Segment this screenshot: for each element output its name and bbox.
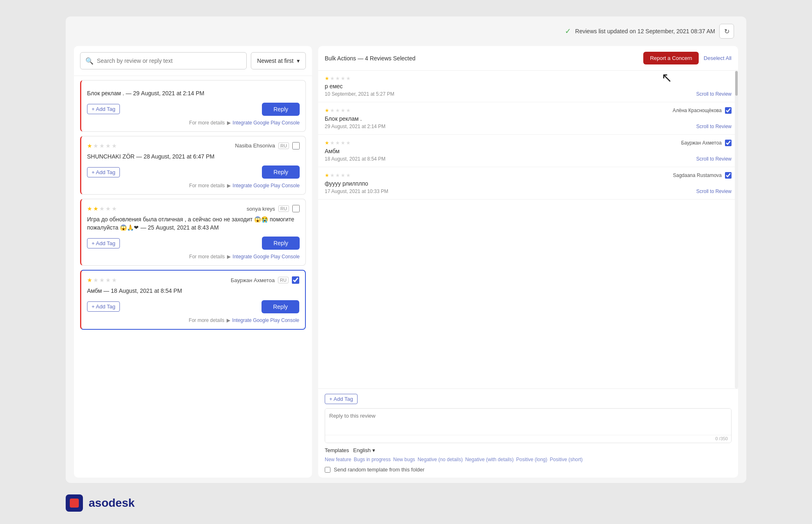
item-text: фуyyy рлилплпо [325,180,732,187]
star: ★ [341,172,345,178]
item-reviewer-name: Бауржан Ахметоа [681,140,722,146]
template-new-bugs[interactable]: New bugs [393,457,415,462]
item-stars: ★ ★ ★ ★ ★ [325,108,351,113]
scroll-to-review-link[interactable]: Scroll to Review [696,91,732,97]
review-card: ★ ★ ★ ★ ★ sonya kreys RU Игра до обновле… [80,199,306,266]
item-date-row: 10 September, 2021 at 5:27 PM Scroll to … [325,91,732,97]
review-stars: ★ ★ ★ ★ ★ [87,277,117,283]
scroll-to-review-link[interactable]: Scroll to Review [696,188,732,194]
template-tags: New feature Bugs in progress New bugs Ne… [325,457,732,462]
scrollbar-thumb [735,71,738,96]
review-card: Блок реклам . — 29 August, 2021 at 2:14 … [80,80,306,132]
footer-text: For more details [189,120,225,126]
review-select-checkbox[interactable] [292,142,300,149]
item-text: Блок реклам . [325,115,732,122]
star: ★ [341,108,345,113]
templates-label: Templates [325,447,349,453]
template-negative-with-details[interactable]: Negative (with details) [465,457,514,462]
add-tag-button[interactable]: + Add Tag [87,104,120,114]
templates-row: Templates English ▾ [325,447,732,453]
item-text: р емес [325,83,732,90]
star-5: ★ [112,142,117,149]
play-console-icon: ▶ [227,183,231,188]
language-button[interactable]: English ▾ [353,447,375,453]
footer-text: For more details [189,317,225,323]
template-negative-no-details[interactable]: Negative (no details) [417,457,463,462]
star: ★ [325,76,329,81]
reviews-panel: 🔍 Newest at first ▾ Блок реклам . — 29 A… [74,46,312,478]
integrate-link[interactable]: Integrate Google Play Console [233,254,300,260]
review-select-checkbox[interactable] [292,276,299,284]
star-3: ★ [99,205,105,212]
review-stars: ★ ★ ★ ★ ★ [87,142,117,149]
random-template-label: Send random template from this folder [334,467,424,473]
reply-button[interactable]: Reply [262,103,300,116]
star: ★ [346,108,351,113]
selected-review-checkbox[interactable] [725,107,732,114]
selected-review-item: ★ ★ ★ ★ ★ р емес 10 September, 2021 at 5… [318,71,738,102]
reply-textarea[interactable] [325,409,731,433]
sort-label: Newest at first [257,57,294,64]
sort-button[interactable]: Newest at first ▾ [251,52,306,69]
country-badge: RU [278,142,289,149]
item-date: 17 August, 2021 at 10:33 PM [325,188,388,194]
star: ★ [325,108,329,113]
integrate-link[interactable]: Integrate Google Play Console [233,183,300,188]
template-positive-short[interactable]: Positive (short) [550,457,583,462]
refresh-button[interactable]: ↻ [719,24,734,39]
star: ★ [330,108,335,113]
review-select-checkbox[interactable] [292,205,300,212]
reply-button[interactable]: Reply [262,237,300,250]
search-input[interactable] [97,53,241,69]
item-header: ★ ★ ★ ★ ★ Алёна Краснощёкова [325,107,732,114]
template-new-feature[interactable]: New feature [325,457,351,462]
add-tag-button[interactable]: + Add Tag [325,394,358,404]
item-date-row: 29 August, 2021 at 2:14 PM Scroll to Rev… [325,124,732,129]
star: ★ [325,172,329,178]
play-console-icon: ▶ [227,254,231,260]
star: ★ [335,140,340,146]
deselect-all-button[interactable]: Deselect All [704,55,732,61]
add-tag-button[interactable]: + Add Tag [87,238,120,248]
review-header: ★ ★ ★ ★ ★ Бауржан Ахметоа RU [87,276,299,284]
star: ★ [346,172,351,178]
template-positive-long[interactable]: Positive (long) [516,457,547,462]
country-badge: RU [278,277,289,283]
star-2: ★ [93,205,99,212]
scroll-to-review-link[interactable]: Scroll to Review [696,156,732,162]
add-tag-button[interactable]: + Add Tag [87,301,120,312]
template-bugs-in-progress[interactable]: Bugs in progress [354,457,391,462]
star: ★ [330,172,335,178]
reviewer-info: Nasiba Ehsoniva RU [235,142,300,149]
integrate-link[interactable]: Integrate Google Play Console [232,317,299,323]
item-checkbox-wrap: Бауржан Ахметоа [681,140,732,146]
review-text: SHUNCHAKI ZÖR — 28 August, 2021 at 6:47 … [87,153,300,161]
selected-review-checkbox[interactable] [725,172,732,179]
star: ★ [325,140,329,146]
review-actions: + Add Tag Reply [87,103,300,116]
scroll-to-review-link[interactable]: Scroll to Review [696,124,732,129]
report-concern-button[interactable]: Report a Concern [643,52,699,64]
brand-name: asodesk [89,496,135,510]
lang-chevron-icon: ▾ [372,447,375,453]
reviewer-info: sonya kreys RU [247,205,300,212]
item-reviewer-name: Алёна Краснощёкова [673,108,722,113]
star-4: ★ [106,205,111,212]
integrate-link[interactable]: Integrate Google Play Console [233,120,300,126]
char-max: /350 [719,436,728,441]
search-input-wrap[interactable]: 🔍 [80,52,247,69]
item-checkbox-wrap: Алёна Краснощёкова [673,107,732,114]
reviews-list: Блок реклам . — 29 August, 2021 at 2:14 … [74,76,312,478]
reply-button[interactable]: Reply [261,300,299,313]
random-template-checkbox[interactable] [325,467,330,473]
add-tag-button[interactable]: + Add Tag [87,167,120,177]
star-1: ★ [87,277,92,283]
star-1: ★ [87,142,92,149]
scrollbar[interactable] [735,71,738,388]
reply-button[interactable]: Reply [262,165,300,179]
reply-textarea-wrap: 0 /350 [325,408,732,443]
bulk-actions-buttons: Report a Concern Deselect All [643,52,732,64]
selected-review-checkbox[interactable] [725,140,732,146]
review-header: ★ ★ ★ ★ ★ sonya kreys RU [87,205,300,212]
item-date: 29 August, 2021 at 2:14 PM [325,124,385,129]
